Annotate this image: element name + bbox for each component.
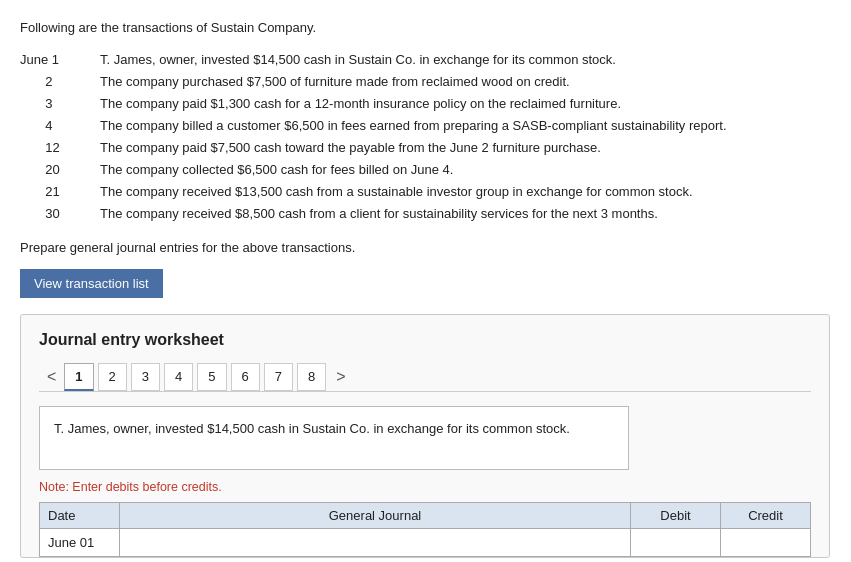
- tab-button-8[interactable]: 8: [297, 363, 326, 391]
- transaction-item: June 1 T. James, owner, invested $14,500…: [20, 49, 831, 71]
- row-credit[interactable]: [721, 528, 811, 556]
- tab-button-2[interactable]: 2: [98, 363, 127, 391]
- tab-button-1[interactable]: 1: [64, 363, 93, 391]
- transaction-text: The company purchased $7,500 of furnitur…: [100, 71, 831, 93]
- transaction-text: T. James, owner, invested $14,500 cash i…: [100, 49, 831, 71]
- tab-button-7[interactable]: 7: [264, 363, 293, 391]
- transaction-date: June 1: [20, 49, 100, 71]
- transaction-date: 20: [20, 159, 100, 181]
- transaction-text: The company paid $7,500 cash toward the …: [100, 137, 831, 159]
- transaction-date: 4: [20, 115, 100, 137]
- table-header-date: Date: [40, 502, 120, 528]
- transaction-item: 4The company billed a customer $6,500 in…: [20, 115, 831, 137]
- table-header-credit: Credit: [721, 502, 811, 528]
- tab-button-5[interactable]: 5: [197, 363, 226, 391]
- prepare-text: Prepare general journal entries for the …: [20, 240, 831, 255]
- transaction-text: The company collected $6,500 cash for fe…: [100, 159, 831, 181]
- transaction-item: 2The company purchased $7,500 of furnitu…: [20, 71, 831, 93]
- transaction-text: The company paid $1,300 cash for a 12-mo…: [100, 93, 831, 115]
- transaction-date: 30: [20, 203, 100, 225]
- transaction-item: 20The company collected $6,500 cash for …: [20, 159, 831, 181]
- table-header-general-journal: General Journal: [120, 502, 631, 528]
- transaction-item: 21The company received $13,500 cash from…: [20, 181, 831, 203]
- row-general-journal[interactable]: [120, 528, 631, 556]
- transaction-item: 12The company paid $7,500 cash toward th…: [20, 137, 831, 159]
- journal-entry-worksheet: Journal entry worksheet < 12345678 > T. …: [20, 314, 830, 558]
- table-header-debit: Debit: [631, 502, 721, 528]
- transaction-date: 3: [20, 93, 100, 115]
- view-transaction-list-button[interactable]: View transaction list: [20, 269, 163, 298]
- tab-button-3[interactable]: 3: [131, 363, 160, 391]
- transaction-date: 12: [20, 137, 100, 159]
- row-debit[interactable]: [631, 528, 721, 556]
- tab-button-4[interactable]: 4: [164, 363, 193, 391]
- journal-table: DateGeneral JournalDebitCredit June 01: [39, 502, 811, 557]
- transaction-date: 2: [20, 71, 100, 93]
- transaction-item: 30The company received $8,500 cash from …: [20, 203, 831, 225]
- transaction-list: June 1 T. James, owner, invested $14,500…: [20, 49, 831, 226]
- transaction-item: 3The company paid $1,300 cash for a 12-m…: [20, 93, 831, 115]
- transaction-text: The company received $8,500 cash from a …: [100, 203, 831, 225]
- tab-row: < 12345678 >: [39, 363, 811, 392]
- transaction-text: The company received $13,500 cash from a…: [100, 181, 831, 203]
- prev-tab-button[interactable]: <: [39, 365, 64, 389]
- row-date: June 01: [40, 528, 120, 556]
- transaction-date: 21: [20, 181, 100, 203]
- next-tab-button[interactable]: >: [328, 365, 353, 389]
- debit-credit-note: Note: Enter debits before credits.: [39, 480, 811, 494]
- worksheet-title: Journal entry worksheet: [39, 331, 811, 349]
- intro-heading: Following are the transactions of Sustai…: [20, 18, 831, 39]
- tab-button-6[interactable]: 6: [231, 363, 260, 391]
- transaction-description: T. James, owner, invested $14,500 cash i…: [39, 406, 629, 470]
- transaction-text: The company billed a customer $6,500 in …: [100, 115, 831, 137]
- table-row: June 01: [40, 528, 811, 556]
